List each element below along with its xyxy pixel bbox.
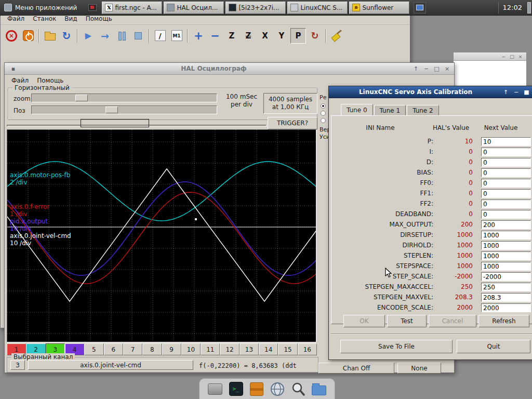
- selected-channel-signal-button[interactable]: axis.0.joint-vel-cmd: [28, 360, 193, 370]
- param-next-value-input[interactable]: [481, 220, 531, 229]
- zoom-slider[interactable]: [31, 94, 217, 102]
- close-icon[interactable]: ×: [517, 54, 524, 59]
- open-file-button[interactable]: [42, 28, 58, 44]
- param-next-value-input[interactable]: [481, 241, 531, 250]
- param-next-value-input[interactable]: [481, 179, 531, 188]
- shade-icon[interactable]: ↑: [411, 65, 420, 73]
- param-next-value-input[interactable]: [481, 200, 531, 208]
- step-button[interactable]: →: [97, 28, 113, 44]
- view-y-button[interactable]: Y: [274, 28, 289, 44]
- channel-5-button[interactable]: 5: [84, 343, 103, 355]
- optional-stop-toggle[interactable]: M1: [169, 28, 184, 44]
- applications-menu-button[interactable]: Меню приложений: [0, 0, 81, 15]
- param-next-value-input[interactable]: [481, 272, 531, 281]
- taskbar-window-button[interactable]: Xfirst.ngc - A...: [102, 2, 162, 14]
- zoom-in-button[interactable]: +: [191, 28, 206, 44]
- radio-button[interactable]: [321, 118, 326, 123]
- stop-button[interactable]: [130, 28, 146, 44]
- zoom-out-button[interactable]: −: [207, 28, 223, 44]
- taskbar-window-button[interactable]: HAL Осцил...: [164, 2, 224, 14]
- channel-9-button[interactable]: 9: [162, 343, 181, 355]
- channel-8-button[interactable]: 8: [142, 343, 162, 355]
- param-next-value-input[interactable]: [481, 283, 531, 291]
- trigger-button[interactable]: TRIGGER?: [268, 117, 317, 129]
- param-next-value-input[interactable]: [481, 231, 531, 240]
- minimize-icon[interactable]: −: [500, 54, 507, 59]
- view-p-button[interactable]: P: [290, 28, 306, 44]
- refresh-button[interactable]: Refresh: [478, 315, 529, 327]
- globe-icon-art: [270, 382, 285, 396]
- files-icon[interactable]: [311, 381, 327, 397]
- terminal-icon[interactable]: >_: [228, 381, 244, 397]
- close-icon[interactable]: ×: [443, 65, 451, 73]
- scope-titlebar[interactable]: ▪ HAL Осциллограф ↑ − □ ×: [5, 63, 454, 75]
- none-button[interactable]: None: [397, 363, 441, 374]
- tab-tune-1[interactable]: Tune 1: [374, 105, 406, 116]
- channel-15-button[interactable]: 15: [278, 343, 297, 355]
- tab-tune-0[interactable]: Tune 0: [341, 104, 373, 116]
- minimize-icon[interactable]: −: [512, 88, 521, 96]
- taskbar-window-button[interactable]: [5i23+2x7i...: [225, 2, 286, 14]
- view-z-button[interactable]: Z: [224, 28, 240, 44]
- param-next-value-input[interactable]: [481, 293, 531, 302]
- block-delete-toggle[interactable]: /: [152, 28, 168, 44]
- shade-icon[interactable]: ↑: [501, 88, 510, 96]
- maximize-icon[interactable]: □: [509, 54, 515, 59]
- channel-11-button[interactable]: 11: [201, 343, 220, 355]
- quit-button[interactable]: Quit: [457, 340, 530, 353]
- view-x-button[interactable]: X: [257, 28, 273, 44]
- pos-slider[interactable]: [31, 105, 217, 114]
- package-icon[interactable]: [249, 381, 264, 397]
- param-next-value-input[interactable]: [481, 137, 531, 146]
- param-next-value-input[interactable]: [481, 168, 531, 177]
- save-to-file-button[interactable]: Save To File: [340, 340, 453, 353]
- view-z2-button[interactable]: Z: [241, 28, 256, 44]
- pause-button[interactable]: [114, 28, 129, 44]
- param-next-value-input[interactable]: [481, 251, 531, 260]
- calibration-titlebar[interactable]: LinuxCNC Servo Axis Calibration ↑ − ■: [329, 86, 532, 98]
- chan-off-button[interactable]: Chan Off: [318, 363, 394, 374]
- zoom-slider-handle[interactable]: [75, 95, 88, 101]
- taskbar-window-button[interactable]: Sunflower: [349, 2, 409, 14]
- cancel-button[interactable]: Cancel: [429, 315, 476, 327]
- param-next-value-input[interactable]: [481, 148, 531, 156]
- channel-6-button[interactable]: 6: [104, 343, 123, 355]
- rotate-button[interactable]: ↻: [307, 28, 323, 44]
- tab-tune-2[interactable]: Tune 2: [407, 105, 439, 116]
- pos-slider-handle[interactable]: [105, 107, 118, 113]
- channel-7-button[interactable]: 7: [123, 343, 142, 355]
- param-next-value-input[interactable]: [481, 262, 531, 271]
- radio-button[interactable]: [321, 103, 326, 109]
- display-settings-icon[interactable]: [88, 4, 97, 11]
- minimize-icon[interactable]: −: [422, 65, 431, 73]
- window-menu-icon[interactable]: ▪: [9, 65, 18, 73]
- channel-16-button[interactable]: 16: [298, 343, 317, 355]
- maximize-icon[interactable]: ■: [522, 88, 531, 96]
- param-next-value-input[interactable]: [481, 303, 531, 312]
- reload-button[interactable]: ↻: [59, 28, 74, 44]
- radio-button[interactable]: [321, 111, 326, 116]
- param-next-value-input[interactable]: [481, 158, 531, 167]
- run-button[interactable]: ▶: [81, 28, 96, 44]
- param-next-value-input[interactable]: [481, 189, 531, 198]
- channel-14-button[interactable]: 14: [259, 343, 278, 355]
- param-next-value-input[interactable]: [481, 210, 531, 219]
- selected-channel-number[interactable]: 3: [10, 360, 25, 370]
- search-icon[interactable]: [290, 381, 306, 397]
- record-position-marker[interactable]: [81, 119, 149, 127]
- clear-plot-button[interactable]: [329, 28, 344, 44]
- taskbar-window-button[interactable]: LinuxCNC S...: [287, 2, 348, 14]
- channel-10-button[interactable]: 10: [181, 343, 201, 355]
- machine-power-button[interactable]: [20, 28, 36, 44]
- estop-button[interactable]: ×: [4, 28, 19, 44]
- background-window-titlebar[interactable]: − □ ×: [454, 52, 526, 61]
- browser-globe-icon[interactable]: [270, 381, 285, 397]
- channel-13-button[interactable]: 13: [240, 343, 259, 355]
- ok-button[interactable]: OK: [343, 315, 385, 327]
- tray-widget[interactable]: [527, 2, 531, 14]
- test-button[interactable]: Test: [387, 315, 427, 327]
- channel-12-button[interactable]: 12: [220, 343, 239, 355]
- show-desktop-button[interactable]: [414, 2, 426, 14]
- machine-icon[interactable]: [207, 381, 223, 397]
- maximize-icon[interactable]: □: [432, 65, 441, 73]
